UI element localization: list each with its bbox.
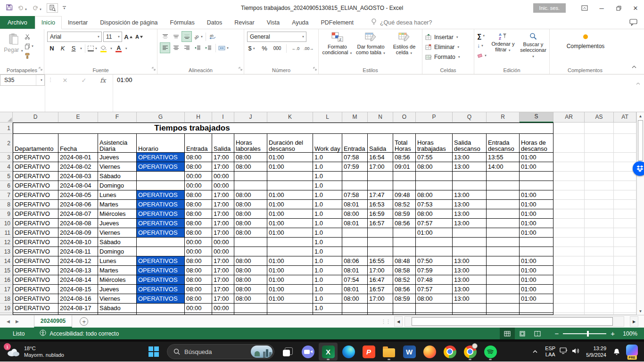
cell[interactable]: OPERATIVO bbox=[13, 238, 58, 247]
cell[interactable] bbox=[585, 123, 614, 134]
cell[interactable] bbox=[553, 162, 585, 172]
weather-widget[interactable]: 1 18°C Mayorm. nublado bbox=[0, 345, 64, 358]
cell[interactable]: 1.0 bbox=[313, 209, 342, 219]
zoom-out-icon[interactable]: − bbox=[554, 329, 559, 337]
cell[interactable]: OPERATIVOS bbox=[137, 153, 185, 162]
cell[interactable] bbox=[212, 313, 234, 315]
cell[interactable]: 16:53 bbox=[368, 200, 393, 209]
cell[interactable]: 08:00 bbox=[234, 209, 267, 219]
cell[interactable] bbox=[137, 238, 185, 247]
cell[interactable] bbox=[137, 181, 185, 190]
cell[interactable]: 2024-08-07 bbox=[58, 209, 98, 219]
cell[interactable]: 08:00 bbox=[185, 153, 212, 162]
cell[interactable]: OPERATIVO bbox=[13, 275, 58, 285]
merge-center-icon[interactable]: ▼ bbox=[218, 43, 229, 53]
cell[interactable] bbox=[614, 266, 636, 275]
cell[interactable]: 13:00 bbox=[453, 200, 487, 209]
cell[interactable]: OPERATIVO bbox=[13, 190, 58, 200]
cell[interactable]: 08:00 bbox=[342, 294, 368, 304]
cell[interactable] bbox=[342, 181, 368, 190]
cell[interactable]: 16:55 bbox=[368, 256, 393, 266]
cell[interactable] bbox=[98, 313, 137, 315]
cell[interactable]: 00:00 bbox=[185, 181, 212, 190]
ribbon-tab-revisar[interactable]: Revisar bbox=[228, 16, 260, 29]
cell[interactable]: 13:00 bbox=[453, 294, 487, 304]
cell[interactable] bbox=[393, 304, 416, 313]
word-taskbar-button[interactable]: W bbox=[400, 343, 419, 361]
minimize-button[interactable]: ─ bbox=[593, 0, 610, 16]
cell[interactable]: Lunes bbox=[98, 256, 137, 266]
cell[interactable] bbox=[585, 247, 614, 256]
column-header-m[interactable]: M bbox=[342, 112, 368, 123]
cell[interactable] bbox=[614, 304, 636, 313]
excel-taskbar-button[interactable]: X bbox=[319, 343, 338, 361]
cell[interactable]: 08:56 bbox=[393, 219, 416, 228]
cell[interactable]: 08:00 bbox=[416, 190, 453, 200]
cell[interactable]: 17:00 bbox=[212, 209, 234, 219]
clock[interactable]: 13:29 5/9/2024 bbox=[586, 345, 606, 358]
close-button[interactable]: ✕ bbox=[627, 0, 644, 16]
comments-icon[interactable] bbox=[629, 19, 637, 26]
cell[interactable]: 1.0 bbox=[313, 294, 342, 304]
cell[interactable] bbox=[553, 190, 585, 200]
row-header-16[interactable]: 16 bbox=[0, 275, 13, 285]
cell[interactable]: 01:00 bbox=[267, 228, 313, 238]
cell[interactable] bbox=[553, 200, 585, 209]
alignment-dialog-launcher-icon[interactable] bbox=[239, 64, 242, 73]
sign-in-button[interactable]: Inic. ses. bbox=[533, 3, 566, 13]
cell[interactable]: 01:00 bbox=[520, 209, 553, 219]
name-box[interactable]: S35 ▼ bbox=[0, 74, 45, 86]
cell[interactable] bbox=[614, 228, 636, 238]
cell[interactable]: Viernes bbox=[98, 228, 137, 238]
cell[interactable]: 08:00 bbox=[416, 209, 453, 219]
cell[interactable]: 17:00 bbox=[212, 200, 234, 209]
cell[interactable] bbox=[585, 304, 614, 313]
row-header-7[interactable]: 7 bbox=[0, 190, 13, 200]
cell[interactable] bbox=[614, 172, 636, 181]
row-header-1[interactable]: 1 bbox=[0, 123, 13, 134]
file-explorer-taskbar-button[interactable] bbox=[380, 343, 398, 361]
cell[interactable] bbox=[585, 294, 614, 304]
cell-header[interactable]: Departamento bbox=[13, 134, 58, 153]
cell[interactable]: 17:47 bbox=[368, 190, 393, 200]
row-header-17[interactable]: 17 bbox=[0, 285, 13, 294]
cell[interactable]: 13:55 bbox=[487, 153, 520, 162]
cell[interactable]: 08:00 bbox=[234, 162, 267, 172]
cell[interactable]: 08:00 bbox=[185, 275, 212, 285]
cell[interactable]: OPERATIVO bbox=[13, 247, 58, 256]
row-header-19[interactable]: 19 bbox=[0, 304, 13, 313]
cell[interactable]: 01:00 bbox=[520, 256, 553, 266]
cell[interactable]: 08:59 bbox=[393, 209, 416, 219]
autosum-icon[interactable]: ∑▼ bbox=[477, 32, 487, 40]
cell[interactable] bbox=[393, 238, 416, 247]
cell[interactable] bbox=[585, 181, 614, 190]
cell[interactable] bbox=[553, 153, 585, 162]
cell[interactable]: Lunes bbox=[98, 190, 137, 200]
cell[interactable]: 1.0 bbox=[313, 275, 342, 285]
ribbon-tab-formulas[interactable]: Fórmulas bbox=[164, 16, 201, 29]
notification-bell-icon[interactable] bbox=[613, 348, 620, 355]
cell[interactable]: 13:00 bbox=[453, 153, 487, 162]
cell[interactable]: 08:00 bbox=[185, 219, 212, 228]
ribbon-tab-insertar[interactable]: Insertar bbox=[62, 16, 94, 29]
cell[interactable]: 01:00 bbox=[520, 153, 553, 162]
tray-chevron-icon[interactable] bbox=[529, 350, 541, 353]
cell[interactable] bbox=[520, 181, 553, 190]
zoom-level[interactable]: 100% bbox=[618, 330, 637, 337]
cell[interactable]: 08:59 bbox=[393, 294, 416, 304]
cell[interactable]: 01:00 bbox=[520, 228, 553, 238]
cell[interactable] bbox=[614, 313, 636, 315]
cell[interactable] bbox=[553, 219, 585, 228]
row-header-5[interactable]: 5 bbox=[0, 172, 13, 181]
cell[interactable]: 2024-08-14 bbox=[58, 275, 98, 285]
zoom-in-icon[interactable]: + bbox=[611, 329, 615, 337]
insert-function-icon[interactable]: fx bbox=[100, 77, 106, 84]
cell[interactable]: 13:00 bbox=[453, 219, 487, 228]
cell[interactable]: 2024-08-04 bbox=[58, 181, 98, 190]
cell[interactable] bbox=[585, 219, 614, 228]
chat-button[interactable] bbox=[298, 343, 317, 361]
chrome-profile-taskbar-button[interactable] bbox=[461, 343, 479, 361]
cell[interactable] bbox=[487, 228, 520, 238]
cell[interactable]: 01:00 bbox=[267, 219, 313, 228]
cell[interactable]: 01:00 bbox=[520, 200, 553, 209]
